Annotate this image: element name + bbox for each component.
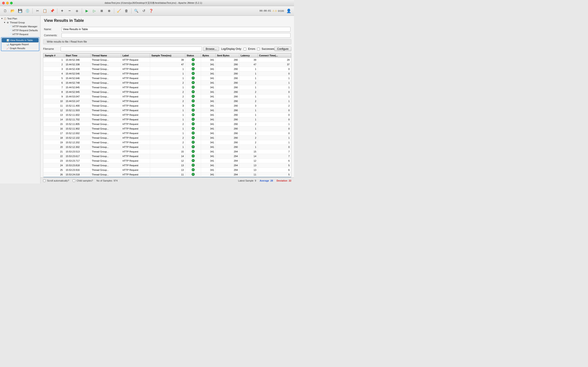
deviation-value: 22: [289, 179, 291, 182]
table-row[interactable]: 815:44:52.945Thread Group...HTTP Request…: [43, 90, 291, 94]
separator-2: [57, 8, 57, 14]
start-no-pause-button[interactable]: ▷: [91, 8, 98, 14]
sidebar: ▼ 📋 Test Plan ▼ ⚙ Thread Group ▶ 📄 HTTP …: [0, 16, 41, 184]
results-table-container[interactable]: Sample # Start Time Thread Name Label Sa…: [43, 53, 291, 177]
table-row[interactable]: 1215:52:11.503Thread Group...HTTP Reques…: [43, 108, 291, 113]
http-request-icon: 📄: [9, 33, 12, 36]
name-input[interactable]: [61, 27, 291, 32]
status-ok-icon: [192, 164, 195, 167]
scroll-auto-checkbox[interactable]: [43, 179, 46, 182]
table-row[interactable]: 2115:53:23.513Thread Group...HTTP Reques…: [43, 150, 291, 154]
status-ok-icon: [192, 145, 195, 148]
remove-button[interactable]: −: [66, 8, 73, 14]
sidebar-item-http-request[interactable]: ▶ 📄 HTTP Request: [0, 32, 40, 36]
clear-all-button[interactable]: 🗑: [123, 8, 130, 14]
stop-button[interactable]: ⏹: [98, 8, 105, 14]
add-button[interactable]: +: [59, 8, 66, 14]
successes-checkbox[interactable]: [257, 48, 260, 50]
table-row[interactable]: 915:44:53.047Thread Group...HTTP Request…: [43, 94, 291, 99]
table-row[interactable]: 1315:52:11.602Thread Group...HTTP Reques…: [43, 113, 291, 117]
col-bytes[interactable]: Bytes: [201, 53, 216, 58]
reset-button[interactable]: ↺: [140, 8, 147, 14]
table-row[interactable]: 115:44:52.346Thread Group...HTTP Request…: [43, 58, 291, 62]
latest-sample-label: Latest Sample: [238, 179, 253, 182]
col-latency[interactable]: Latency: [239, 53, 258, 58]
maximize-button[interactable]: [10, 2, 13, 4]
main-layout: ▼ 📋 Test Plan ▼ ⚙ Thread Group ▶ 📄 HTTP …: [0, 16, 294, 184]
browse-button[interactable]: Browse...: [203, 47, 219, 51]
table-row[interactable]: 1015:44:53.147Thread Group...HTTP Reques…: [43, 99, 291, 104]
title-bar: dabaoTest.jmx (/Users/jyu36/Desktop/大宝问卷…: [0, 0, 294, 6]
configure-button[interactable]: Configure: [274, 47, 291, 51]
copy-button[interactable]: 📋: [41, 8, 48, 14]
table-row[interactable]: 2015:52:12.302Thread Group...HTTP Reques…: [43, 145, 291, 150]
sidebar-item-aggregate-report[interactable]: ▶ 📊 Aggregate Report: [2, 42, 38, 46]
name-row: Name:: [41, 27, 294, 32]
table-row[interactable]: 615:44:52.748Thread Group...HTTP Request…: [43, 81, 291, 85]
col-sample[interactable]: Sample #: [43, 53, 64, 58]
table-row[interactable]: 1515:52:11.805Thread Group...HTTP Reques…: [43, 122, 291, 126]
minimize-button[interactable]: [6, 2, 9, 4]
sidebar-item-label-http-header: HTTP Header Manager: [12, 25, 37, 28]
table-row[interactable]: 715:44:52.845Thread Group...HTTP Request…: [43, 85, 291, 90]
search-button[interactable]: 🔍: [133, 8, 140, 14]
col-label[interactable]: Label: [121, 53, 150, 58]
col-connect-time[interactable]: Connect Time(...: [258, 53, 291, 58]
table-row[interactable]: 515:44:52.646Thread Group...HTTP Request…: [43, 76, 291, 81]
table-row[interactable]: 315:44:52.438Thread Group...HTTP Request…: [43, 67, 291, 71]
duplicate-button[interactable]: ⊕: [73, 8, 80, 14]
comments-input[interactable]: [61, 33, 291, 38]
table-row[interactable]: 1115:52:11.400Thread Group...HTTP Reques…: [43, 104, 291, 108]
sidebar-item-graph-results[interactable]: ▶ 📈 Graph Results: [2, 46, 38, 50]
save-as-button[interactable]: 💿: [24, 8, 31, 14]
scroll-auto-label: Scroll automatically?: [47, 179, 69, 182]
col-thread-name[interactable]: Thread Name: [90, 53, 121, 58]
help-button[interactable]: ❓: [148, 8, 155, 14]
http-request-defaults-icon: 📄: [9, 29, 12, 32]
table-row[interactable]: 1815:52:12.102Thread Group...HTTP Reques…: [43, 136, 291, 140]
table-row[interactable]: 2315:53:23.717Thread Group...HTTP Reques…: [43, 158, 291, 163]
table-row[interactable]: 2215:53:23.617Thread Group...HTTP Reques…: [43, 154, 291, 158]
new-button[interactable]: 🗋: [2, 8, 9, 14]
sidebar-item-view-results-table[interactable]: ▶ 📊 View Results in Table: [2, 38, 38, 42]
sidebar-item-http-header[interactable]: ▶ 📄 HTTP Header Manager: [0, 25, 40, 28]
successes-label: Successes: [262, 47, 274, 50]
close-button[interactable]: [2, 2, 5, 4]
col-start-time[interactable]: Start Time: [64, 53, 90, 58]
child-samples-checkbox[interactable]: [73, 179, 75, 182]
filename-input[interactable]: [61, 47, 202, 51]
errors-checkbox[interactable]: [243, 48, 246, 50]
table-row[interactable]: 2415:53:23.818Thread Group...HTTP Reques…: [43, 163, 291, 168]
save-button[interactable]: 💾: [17, 8, 24, 14]
expand-arrow-thread-group: ▼: [3, 21, 6, 24]
clear-button[interactable]: 🧹: [115, 8, 122, 14]
sidebar-item-http-request-defaults[interactable]: ▶ 📄 HTTP Request Defaults: [0, 28, 40, 32]
table-row[interactable]: 215:44:52.338Thread Group...HTTP Request…: [43, 62, 291, 67]
table-row[interactable]: 2515:53:23.916Thread Group...HTTP Reques…: [43, 168, 291, 172]
table-row[interactable]: 1915:52:12.202Thread Group...HTTP Reques…: [43, 140, 291, 145]
no-samples-value: 974: [113, 179, 117, 182]
sidebar-item-thread-group[interactable]: ▼ ⚙ Thread Group: [0, 21, 40, 25]
col-status[interactable]: Status: [185, 53, 201, 58]
sidebar-item-test-plan[interactable]: ▼ 📋 Test Plan: [0, 17, 40, 21]
profile-button[interactable]: 👤: [285, 8, 292, 14]
shutdown-button[interactable]: ⏺: [106, 8, 113, 14]
table-row[interactable]: 1615:52:11.902Thread Group...HTTP Reques…: [43, 126, 291, 131]
table-row[interactable]: 415:44:52.546Thread Group...HTTP Request…: [43, 71, 291, 76]
warning-icon: ⚠: [272, 9, 275, 12]
table-row[interactable]: 1415:52:11.702Thread Group...HTTP Reques…: [43, 117, 291, 122]
table-row[interactable]: 2615:53:24.018Thread Group...HTTP Reques…: [43, 172, 291, 177]
table-header-row: Sample # Start Time Thread Name Label Sa…: [43, 53, 291, 58]
open-button[interactable]: 📂: [9, 8, 16, 14]
paste-button[interactable]: 📌: [49, 8, 56, 14]
col-sent-bytes[interactable]: Sent Bytes: [216, 53, 239, 58]
separator-4: [114, 8, 114, 14]
cut-button[interactable]: ✂: [34, 8, 41, 14]
table-row[interactable]: 1715:52:12.002Thread Group...HTTP Reques…: [43, 131, 291, 136]
average-value: 28: [270, 179, 273, 182]
window-controls[interactable]: [2, 2, 13, 4]
status-ok-icon: [192, 104, 195, 107]
status-ok-icon: [192, 122, 195, 125]
col-sample-time[interactable]: Sample Time(ms): [150, 53, 185, 58]
start-button[interactable]: ▶: [83, 8, 90, 14]
